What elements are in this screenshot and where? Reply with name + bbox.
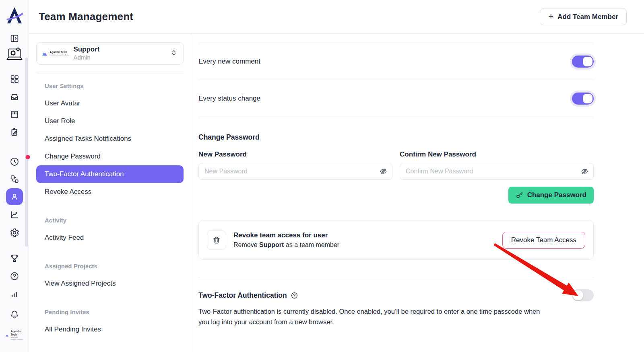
divider — [36, 74, 184, 74]
workstation-laptop-gear-icon[interactable] — [5, 45, 24, 64]
help-circle-icon[interactable] — [9, 271, 19, 281]
notification-dot — [25, 155, 30, 159]
revoke-team-access-button[interactable]: Revoke Team Access — [502, 232, 585, 249]
two-factor-row: Two-Factor Authentication — [198, 289, 594, 301]
revoke-access-card: Revoke team access for user Remove Suppo… — [198, 220, 594, 260]
key-icon — [516, 191, 524, 199]
settings-nav-panel: Agustin Tech Innovative Insights in Acti… — [29, 34, 191, 352]
time-clock-alert-icon[interactable] — [0, 156, 29, 167]
inbox-tray-icon[interactable] — [9, 92, 19, 102]
divider — [198, 117, 594, 117]
reports-bars-icon[interactable] — [9, 289, 19, 299]
toggle-knob — [573, 290, 583, 300]
nav-item-user-role[interactable]: User Role — [36, 112, 184, 130]
brand-mountains-icon — [5, 333, 9, 338]
two-factor-description: Two-Factor authentication is currently d… — [198, 306, 543, 327]
add-team-member-label: Add Team Member — [557, 13, 618, 21]
brand-mountains-icon — [42, 51, 48, 56]
nav-item-change-password[interactable]: Change Password — [36, 148, 184, 165]
confirm-password-label: Confirm New Password — [400, 150, 594, 159]
selected-user-name: Support — [73, 45, 99, 54]
toggle-knob — [583, 57, 592, 66]
trash-icon-box — [207, 231, 226, 250]
team-member-active-icon[interactable] — [6, 188, 23, 205]
sidebar-scrollbar[interactable] — [25, 58, 28, 247]
page-title: Team Management — [39, 10, 133, 23]
brand-a-logo-icon — [5, 6, 24, 26]
plus-icon: + — [548, 12, 553, 21]
sidebar-brand-footer: Agustin Tech Innovative Insights in Acti… — [5, 330, 23, 340]
change-password-button-label: Change Password — [527, 191, 586, 199]
divider — [198, 277, 594, 277]
user-avatar-logo: Agustin Tech Innovative Insights in Acti… — [42, 51, 69, 56]
every-new-comment-toggle[interactable] — [572, 56, 594, 68]
user-selector-dropdown[interactable]: Agustin Tech Innovative Insights in Acti… — [36, 42, 184, 65]
every-status-change-toggle[interactable] — [572, 93, 594, 105]
toggle-label: Every new comment — [198, 58, 260, 66]
kanban-board-icon[interactable] — [9, 109, 19, 119]
eye-off-icon[interactable] — [580, 167, 589, 176]
nav-item-revoke-access[interactable]: Revoke Access — [36, 183, 184, 201]
app-logo[interactable] — [5, 6, 24, 26]
selected-user-role: Admin — [73, 54, 99, 62]
toggle-knob — [583, 94, 592, 103]
brand-name: Agustin Tech — [11, 330, 24, 337]
nav-heading-pending-invites: Pending Invites — [36, 303, 184, 321]
settings-gear-icon[interactable] — [9, 228, 19, 238]
nav-heading-user-settings: User Settings — [36, 77, 184, 95]
linked-nodes-icon[interactable] — [9, 174, 19, 184]
main-content: Every new comment Every status change Ch… — [191, 34, 644, 352]
nav-item-assigned-tasks-notifications[interactable]: Assigned Tasks Notifications — [36, 130, 184, 148]
two-factor-toggle[interactable] — [572, 289, 594, 301]
revoke-user-name: Support — [259, 241, 284, 248]
confirm-password-input[interactable] — [400, 163, 594, 180]
nav-item-activity-feed[interactable]: Activity Feed — [36, 229, 184, 247]
two-factor-heading: Two-Factor Authentication — [198, 291, 287, 300]
nav-heading-assigned-projects: Assigned Projects — [36, 257, 184, 275]
achievements-trophy-icon[interactable] — [9, 253, 20, 263]
toggle-label: Every status change — [198, 95, 260, 103]
brand-tagline: Innovative Insights in Action — [11, 337, 24, 341]
eye-off-icon[interactable] — [379, 167, 388, 176]
help-tooltip-icon[interactable] — [291, 292, 298, 299]
revoke-card-title: Revoke team access for user — [233, 231, 339, 239]
settings-nav-list: User Settings User Avatar User Role Assi… — [36, 77, 184, 338]
clipboard-edit-icon[interactable] — [9, 127, 19, 137]
nav-heading-activity: Activity — [36, 211, 184, 229]
new-password-label: New Password — [198, 150, 392, 159]
add-team-member-button[interactable]: + Add Team Member — [540, 8, 627, 25]
change-password-heading: Change Password — [198, 133, 594, 142]
unfold-chevrons-icon — [170, 48, 178, 59]
icon-sidebar: Agustin Tech Innovative Insights in Acti… — [0, 0, 29, 352]
revoke-card-subtitle: Remove Support as a team member — [233, 241, 339, 249]
nav-item-all-pending-invites[interactable]: All Pending Invites — [36, 321, 184, 338]
nav-item-user-avatar[interactable]: User Avatar — [36, 95, 184, 112]
toggle-row-every-status-change: Every status change — [198, 80, 594, 117]
change-password-button[interactable]: Change Password — [508, 187, 594, 204]
password-fields: New Password Confirm New Passw — [198, 150, 594, 180]
nav-item-view-assigned-projects[interactable]: View Assigned Projects — [36, 275, 184, 292]
team-management-page: Agustin Tech Innovative Insights in Acti… — [0, 0, 644, 352]
trash-icon — [212, 236, 221, 245]
collapse-panel-icon[interactable] — [9, 33, 19, 43]
toggle-row-every-new-comment: Every new comment — [198, 43, 594, 80]
page-header: Team Management + Add Team Member — [29, 0, 644, 34]
analytics-line-chart-icon[interactable] — [9, 210, 19, 220]
nav-item-two-factor-authentication[interactable]: Two-Factor Authentication — [36, 165, 184, 183]
new-password-input[interactable] — [198, 163, 392, 180]
brand-tagline: Innovative Insights in Action — [50, 54, 69, 56]
dashboard-grid-icon[interactable] — [9, 74, 19, 84]
notifications-bell-icon[interactable] — [9, 309, 20, 320]
